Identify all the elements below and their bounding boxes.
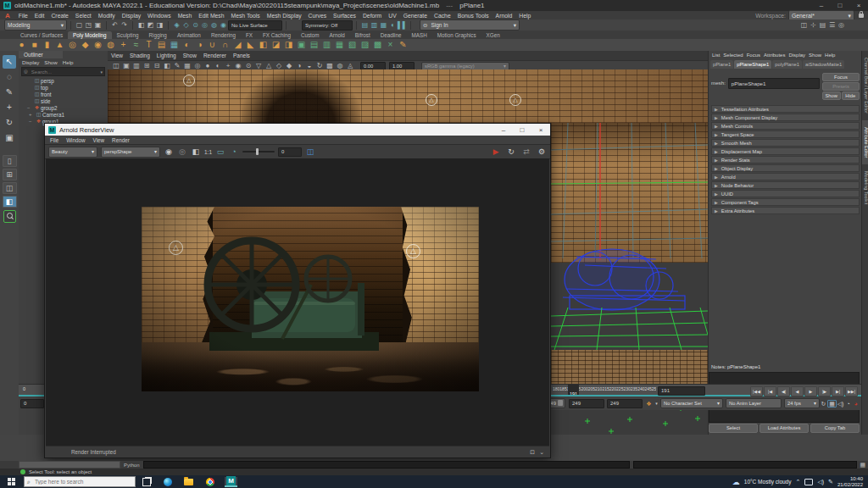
ae-footer-button[interactable]: Load Attributes: [760, 424, 809, 433]
auto-key-icon[interactable]: ▦: [827, 400, 837, 408]
playback-end-field[interactable]: 249: [569, 399, 604, 408]
bookmark-icon[interactable]: ⊞: [142, 63, 152, 69]
taskbar-search[interactable]: ⌕: [24, 476, 136, 487]
ae-menu-item[interactable]: Attributes: [764, 53, 785, 58]
super-shape-icon[interactable]: ◍: [104, 41, 117, 49]
attribute-section-header[interactable]: ▶ Tangent Space: [711, 130, 860, 138]
aov-dropdown[interactable]: Beauty▾: [48, 147, 97, 158]
delete-history-icon[interactable]: ▣: [295, 41, 308, 49]
single-pane-layout-icon[interactable]: ▯: [3, 155, 17, 167]
arv-close-button[interactable]: ×: [531, 126, 550, 134]
shaded-icon[interactable]: △: [264, 63, 274, 69]
attribute-section-header[interactable]: ▶ Node Behavior: [711, 181, 860, 189]
bridge-icon[interactable]: ◣: [244, 41, 257, 49]
shelf-tab[interactable]: Animation: [172, 31, 206, 39]
image-plane-icon[interactable]: ⊟: [152, 63, 162, 69]
expander[interactable]: +: [29, 112, 35, 117]
gate-mask-icon[interactable]: ◐: [213, 63, 223, 69]
outliner-item[interactable]: − ❖ group2: [19, 104, 108, 111]
delete-all-icon[interactable]: ×: [384, 41, 397, 49]
loop-icon[interactable]: ↻: [820, 401, 827, 407]
cleanup-icon[interactable]: ▩: [371, 41, 384, 49]
taskbar-search-input[interactable]: [33, 478, 125, 485]
redo-icon[interactable]: ↷: [120, 22, 129, 29]
shelf-tab[interactable]: Curves / Surfaces: [15, 31, 68, 39]
abort-render-icon[interactable]: ⇄: [521, 148, 531, 156]
maya-taskbar-icon[interactable]: M: [225, 477, 237, 487]
menu-item[interactable]: File: [19, 13, 28, 19]
menu-item[interactable]: Curves: [309, 13, 327, 19]
menu-item[interactable]: Modify: [98, 13, 115, 19]
extrude-icon[interactable]: ◧: [257, 41, 270, 49]
light-gizmo-icon[interactable]: △: [509, 94, 521, 106]
lighting-icon[interactable]: ◆: [284, 63, 294, 69]
speaker-tray-icon[interactable]: ◁): [817, 479, 824, 485]
menu-item[interactable]: Help: [519, 13, 531, 19]
outliner-item[interactable]: ◫ side: [19, 97, 108, 104]
window-titlebar[interactable]: M oldMachine1.mb* - Autodesk MAYA 2022.1…: [0, 0, 868, 11]
anim-prefs-icon[interactable]: ◕: [852, 401, 860, 407]
menu-item[interactable]: Surfaces: [333, 13, 356, 19]
range-handle[interactable]: [558, 400, 563, 406]
shelf-tab[interactable]: Deadline: [376, 31, 407, 39]
menu-item[interactable]: Display: [122, 13, 141, 19]
maximize-button[interactable]: □: [831, 2, 849, 9]
swatch-icon[interactable]: ◧: [191, 148, 201, 156]
freeze-transform-icon[interactable]: ▤: [308, 41, 320, 49]
symmetry-field[interactable]: Symmetry: Off: [302, 20, 353, 30]
tool-settings-icon[interactable]: ◎: [837, 22, 846, 29]
attribute-section-header[interactable]: ▶ Tessellation Attributes: [711, 105, 860, 113]
grid-icon[interactable]: ▦: [182, 63, 192, 69]
pause-icon[interactable]: ▌▌: [398, 22, 407, 29]
outliner-search[interactable]: ◎ ▾: [21, 67, 105, 76]
save-scene-icon[interactable]: ▣: [93, 22, 103, 29]
ae-menu-item[interactable]: List: [712, 53, 720, 58]
signin-dropdown[interactable]: ⊙Sign In▾: [420, 19, 520, 30]
rotate-tool-icon[interactable]: ↻: [3, 116, 16, 130]
resolution-gate-icon[interactable]: ●: [203, 63, 213, 69]
anim-start-field[interactable]: 0: [20, 399, 44, 408]
safe-action-icon[interactable]: ◉: [233, 63, 243, 69]
next-key-button[interactable]: ▶|: [832, 386, 844, 396]
script-editor-icon[interactable]: ▦: [860, 462, 865, 468]
menuset-dropdown[interactable]: Modeling▾: [4, 19, 67, 30]
character-icon[interactable]: ⊹: [809, 22, 818, 29]
refresh-render-icon[interactable]: ↻: [506, 148, 516, 156]
paint-select-tool-icon[interactable]: ✎: [3, 86, 16, 99]
shelf-tab[interactable]: Rigging: [144, 31, 172, 39]
snap-curve-icon[interactable]: ◇: [181, 22, 191, 29]
delete-nondeformer-icon[interactable]: ▦: [333, 41, 346, 49]
arv-menu-item[interactable]: Render: [112, 137, 130, 143]
two-pane-layout-icon[interactable]: ◫: [3, 182, 17, 194]
poly-sphere-icon[interactable]: ●: [15, 41, 28, 49]
clock-icon[interactable]: ◔: [844, 401, 852, 407]
viewport-menu-item[interactable]: Renderer: [203, 53, 226, 58]
ae-menu-item[interactable]: Show: [809, 53, 821, 58]
menu-item[interactable]: Edit: [35, 13, 45, 19]
menu-item[interactable]: UV: [388, 13, 396, 19]
snap-grid-icon[interactable]: ◈: [172, 22, 181, 29]
outliner-menu-item[interactable]: Help: [63, 59, 74, 65]
motion-blur-icon[interactable]: ↻: [314, 63, 325, 69]
chevron-down-icon[interactable]: ▾: [653, 402, 660, 406]
shelf-tab[interactable]: FX: [241, 31, 258, 39]
light-gizmo-icon[interactable]: △: [426, 94, 437, 106]
four-pane-layout-icon[interactable]: ⊞: [3, 169, 17, 180]
expander[interactable]: −: [29, 119, 35, 124]
speaker-icon[interactable]: ◁): [837, 401, 844, 407]
new-scene-icon[interactable]: ▢: [75, 22, 84, 29]
outliner-item[interactable]: + ◫ Camera1: [19, 111, 108, 118]
ae-menu-item[interactable]: Help: [825, 53, 835, 58]
outliner-item[interactable]: ◫ top: [19, 84, 108, 91]
menu-item[interactable]: Cache: [434, 13, 451, 19]
viewport-menu-item[interactable]: View: [111, 53, 123, 58]
render-icon[interactable]: ▤: [360, 22, 370, 29]
ae-footer-button[interactable]: Copy Tab: [810, 424, 860, 433]
camera-dropdown[interactable]: perspShape▾: [101, 147, 160, 158]
render-settings-icon[interactable]: ▦: [379, 22, 388, 29]
move-tool-icon[interactable]: +: [3, 101, 16, 114]
render-circle-icon[interactable]: ◉: [164, 148, 174, 156]
attribute-section-header[interactable]: ▶ Render Stats: [711, 156, 860, 164]
isolate-selected-icon[interactable]: ◫: [305, 148, 315, 156]
outliner-toggle-icon[interactable]: ◫: [799, 22, 809, 29]
